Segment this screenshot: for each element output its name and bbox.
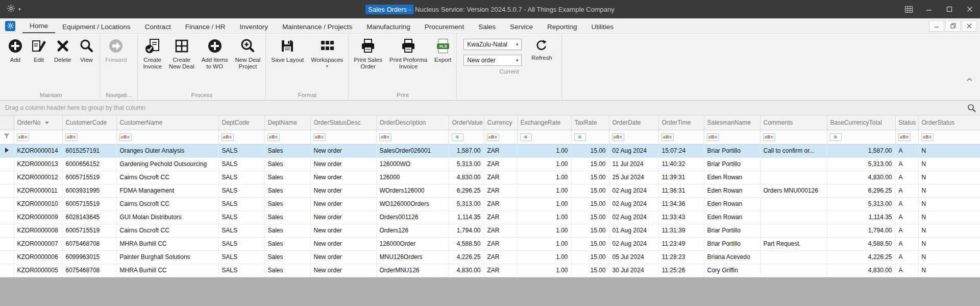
tab-service[interactable]: Service [503,20,540,33]
filter-cell-comments[interactable]: aBc [760,130,827,144]
filter-cell-basecurrencytotal[interactable]: = [827,130,895,144]
ribbon-collapse-icon[interactable] [964,75,975,84]
filter-cell-ordervalue[interactable]: = [449,130,484,144]
column-header-currency[interactable]: Currency [484,115,517,130]
column-header-ordervalue[interactable]: OrderValue [449,115,484,130]
cell-comments [760,171,827,184]
tab-equipment-locations[interactable]: Equipment / Locations [55,20,138,33]
grid-row-KZOR0000005[interactable]: KZOR00000056075468708MHRA Burhill CCSALS… [0,264,980,277]
delete-button[interactable]: Delete [51,35,75,63]
filter-cell-status[interactable]: aBc [895,130,918,144]
column-header-comments[interactable]: Comments [760,115,827,130]
group-by-panel[interactable]: Drag a column header here to group by th… [0,101,980,115]
column-header-orderdescription[interactable]: OrderDescription [376,115,449,130]
column-header-status[interactable]: Status [895,115,918,130]
column-header-orderstatus[interactable]: OrderStatus [918,115,980,130]
minimize-button[interactable] [919,0,939,18]
filter-cell-orderno[interactable]: aBc [14,130,62,144]
column-header-deptname[interactable]: DeptName [264,115,310,130]
add-items-to-wo-button[interactable]: Add Items to WO [198,35,232,70]
tab-finance-hr[interactable]: Finance / HR [178,20,233,33]
column-header-orderstatusdesc[interactable]: OrderStatusDesc [310,115,376,130]
tab-procurement[interactable]: Procurement [418,20,471,33]
grid-row-KZOR0000012[interactable]: KZOR00000126005715519Cairns Oscroft CCSA… [0,171,980,184]
cell-orderstatusdesc: New order [310,144,376,157]
filter-abc-icon: aBc [222,133,234,141]
column-header-salesmanname[interactable]: SalesmanName [704,115,760,130]
save-layout-icon [279,38,296,54]
filter-cell-orderstatusdesc[interactable]: aBc [310,130,376,144]
cell-deptcode: SALS [218,224,264,237]
filter-cell-deptname[interactable]: aBc [264,130,310,144]
forward-button[interactable]: Forward [102,35,130,63]
tab-reporting[interactable]: Reporting [540,20,584,33]
cell-orderstatus: N [918,157,980,171]
column-header-taxrate[interactable]: TaxRate [571,115,609,130]
filter-cell-orderstatus[interactable]: aBc [918,130,980,144]
column-header-deptcode[interactable]: DeptCode [218,115,264,130]
column-header-label: OrderStatusDesc [314,119,361,126]
grid-row-KZOR0000011[interactable]: KZOR00000116003931995FDMA ManagementSALS… [0,184,980,197]
column-header-exchangerate[interactable]: ExchangeRate [517,115,571,130]
filter-cell-deptcode[interactable]: aBc [218,130,264,144]
grid-row-KZOR0000010[interactable]: KZOR00000106005715519Cairns Oscroft CCSA… [0,197,980,210]
filter-cell-taxrate[interactable]: = [571,130,609,144]
column-header-ordertime[interactable]: OrderTime [658,115,704,130]
filter-cell-customercode[interactable]: aBc [62,130,116,144]
region-combobox[interactable]: KwaZulu-Natal ▼ [463,39,522,50]
column-header-orderdate[interactable]: OrderDate [609,115,658,130]
cell-basecurrencytotal: 4,226.25 [827,250,895,264]
column-header-basecurrencytotal[interactable]: BaseCurrencyTotal [827,115,895,130]
filter-cell-orderdate[interactable]: aBc [609,130,658,144]
gear-icon[interactable] [7,5,15,14]
create-invoice-button[interactable]: Create Invoice [139,35,165,70]
create-new-deal-button[interactable]: Create New Deal [165,35,198,70]
column-header-customercode[interactable]: CustomerCode [62,115,116,130]
print-sales-order-button[interactable]: Print Sales Order [350,35,386,70]
maximize-button[interactable] [939,0,960,18]
column-header-customername[interactable]: CustomerName [116,115,218,130]
grid-view-icon[interactable] [898,0,919,18]
save-layout-button[interactable]: Save Layout [267,35,307,63]
app-menu-caret-icon[interactable]: ▾ [18,7,21,12]
column-header-orderno[interactable]: OrderNo [14,115,62,130]
tab-maintenance-projects[interactable]: Maintenance / Projects [275,20,359,33]
order-type-combobox[interactable]: New order ▼ [463,55,522,66]
filter-cell-ordertime[interactable]: aBc [658,130,704,144]
refresh-button[interactable]: Refresh [528,39,555,61]
close-button[interactable] [960,0,980,18]
tab-utilities[interactable]: Utilities [584,20,621,33]
grid-row-KZOR0000006[interactable]: KZOR00000066099963015Painter Burghall So… [0,250,980,264]
filter-cell-currency[interactable]: aBc [484,130,517,144]
tab-sales[interactable]: Sales [471,20,503,33]
new-deal-project-button[interactable]: New Deal Project [231,35,264,70]
search-icon[interactable] [967,104,976,112]
forward-button-label: Forward [105,57,127,63]
grid-row-KZOR0000008[interactable]: KZOR00000086005715519Cairns Oscroft CCSA… [0,224,980,237]
grid-row-KZOR0000007[interactable]: KZOR00000076075468708MHRA Burhill CCSALS… [0,237,980,250]
filter-cell-exchangerate[interactable]: = [517,130,571,144]
print-proforma-invoice-button[interactable]: Print Proforma Invoice [386,35,431,70]
grid-row-KZOR0000009[interactable]: KZOR00000096028143645GUI Molan Distribut… [0,210,980,224]
edit-button[interactable]: Edit [27,35,51,63]
create-invoice-icon [144,38,161,54]
window-title: Sales Orders - Nucleus Service: Version … [365,5,615,14]
filter-cell-salesmanname[interactable]: aBc [704,130,760,144]
tab-manufacturing[interactable]: Manufacturing [359,20,418,33]
child-close-button[interactable] [962,20,977,32]
tab-home[interactable]: Home [22,19,55,33]
tab-inventory[interactable]: Inventory [232,20,275,33]
workspaces-button[interactable]: Workspaces ▾ [307,35,347,68]
view-button[interactable]: View [75,35,98,63]
tab-contract[interactable]: Contract [138,20,178,33]
filter-cell-customername[interactable]: aBc [116,130,218,144]
grid-row-KZOR0000014[interactable]: KZOR00000146015257191Oranges Outer Analy… [0,144,980,157]
cell-deptcode: SALS [218,184,264,197]
filter-cell-orderdescription[interactable]: aBc [376,130,449,144]
app-gear-icon[interactable] [5,21,15,31]
add-button[interactable]: Add [4,35,27,63]
grid-row-KZOR0000013[interactable]: KZOR00000136000656152Gardening Pechold O… [0,157,980,171]
child-restore-button[interactable] [945,20,961,32]
export-button[interactable]: XLS Export [431,35,455,63]
child-minimize-button[interactable] [929,20,944,32]
